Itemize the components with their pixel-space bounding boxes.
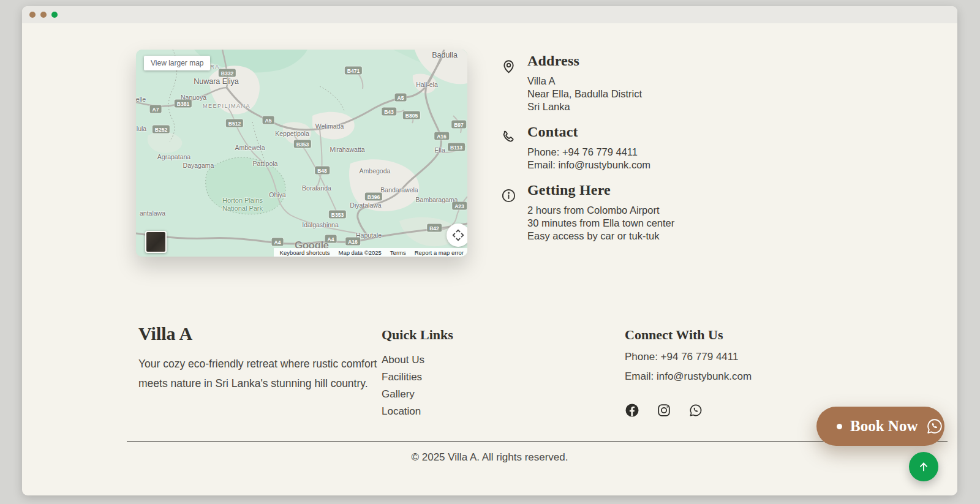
map-road-badge: B381 [175, 100, 192, 108]
map-road-badge: A5 [395, 94, 407, 102]
connect-email: Email: info@rustybunk.com [625, 371, 752, 382]
getting-here-title: Getting Here [527, 182, 674, 198]
contact-phone: Phone: +94 76 779 4411 [527, 146, 650, 159]
map-road-badge: B42 [427, 224, 442, 232]
link-location[interactable]: Location [382, 403, 453, 420]
book-now-button[interactable]: Book Now [816, 407, 944, 446]
info-icon [500, 187, 519, 243]
address-line: Sri Lanka [527, 100, 642, 113]
whatsapp-icon[interactable] [688, 403, 703, 418]
map-town-label: Bambaragama [416, 196, 458, 203]
contact-email: Email: info@rustybunk.com [527, 159, 650, 171]
getting-here-section: Getting Here 2 hours from Colombo Airpor… [500, 182, 674, 243]
connect-title: Connect With Us [625, 327, 752, 343]
map-pan-control[interactable] [447, 224, 467, 247]
map-road-badge: B471 [345, 67, 362, 75]
map-road-badge: B97 [451, 121, 466, 129]
address-line: Villa A [527, 75, 642, 88]
map-town-label: Mirahawatta [330, 146, 364, 153]
location-pin-icon [500, 58, 519, 113]
map-road-badge: B353 [294, 140, 311, 148]
map-road-badge: B332 [219, 69, 236, 77]
map-town-label: elle [136, 96, 146, 103]
link-about-us[interactable]: About Us [382, 352, 453, 369]
map-town-label: Idalgashinna [302, 221, 339, 228]
map-road-badge: A16 [345, 238, 360, 246]
map-road-badge: B353 [329, 211, 346, 219]
phone-icon [500, 129, 519, 171]
map-imagery-thumbnail[interactable] [145, 231, 167, 253]
terms-link[interactable]: Terms [390, 249, 406, 256]
quick-links-section: Quick Links About Us Facilities Gallery … [382, 327, 453, 420]
map-town-label: Bandarawela [380, 186, 418, 194]
map-road-badge: B512 [226, 119, 243, 127]
map-town-label: Ambegoda [360, 167, 391, 175]
connect-section: Connect With Us Phone: +94 76 779 4411 E… [625, 327, 752, 382]
map-data-label: Map data ©2025 [338, 249, 381, 256]
map-town-label: Boralanda [302, 184, 331, 192]
map-town-label: Keppetipola [275, 130, 309, 137]
map-town-label: Badulla [432, 51, 458, 59]
quick-links-title: Quick Links [382, 327, 453, 343]
keyboard-shortcuts-link[interactable]: Keyboard shortcuts [280, 249, 330, 256]
map-town-label: Pattipola [253, 160, 278, 167]
map-town-label: Welimada [315, 122, 344, 130]
pan-arrows-icon [449, 226, 467, 244]
map-town-label: lula [137, 125, 146, 132]
map-road-badge: A5 [263, 116, 274, 124]
google-map-embed[interactable]: Nuwara EliyaBadullaNanuoyaMEEPILIMANAKep… [136, 50, 467, 257]
map-road-badge: A23 [452, 202, 467, 210]
social-icons-row [625, 403, 703, 418]
connect-phone: Phone: +94 76 779 4411 [625, 352, 752, 363]
map-road-badge: A4 [272, 238, 284, 246]
contact-title: Contact [527, 124, 650, 140]
map-road-badge: A7 [150, 105, 162, 113]
address-title: Address [527, 53, 642, 69]
report-map-error-link[interactable]: Report a map error [415, 249, 464, 256]
book-now-label: Book Now [850, 418, 918, 435]
map-town-label: Diyatalawa [350, 201, 381, 209]
contact-section: Contact Phone: +94 76 779 4411 Email: in… [500, 124, 650, 171]
map-town-label: Ohiya [269, 191, 285, 198]
map-road-badge: A16 [434, 132, 449, 140]
map-park-label: National Park [222, 205, 263, 212]
window-dot-2[interactable] [40, 12, 47, 18]
window-dot-3[interactable] [51, 12, 58, 18]
link-facilities[interactable]: Facilities [382, 369, 453, 386]
map-town-label: Agrapatana [157, 153, 190, 160]
map-town-label: Ella [434, 146, 445, 154]
window-titlebar [22, 6, 957, 23]
map-road-badge: B113 [448, 143, 465, 151]
map-road-badge: B805 [403, 111, 420, 119]
address-line: Near Ella, Badulla District [527, 88, 642, 100]
map-road-badge: B396 [365, 193, 382, 201]
status-dot-icon [837, 424, 842, 429]
address-section: Address Villa A Near Ella, Badulla Distr… [500, 53, 642, 113]
scroll-to-top-button[interactable] [909, 452, 938, 481]
map-town-label: Ambewela [235, 144, 265, 151]
map-road-badge: B43 [382, 108, 396, 116]
brand-title: Villa A [138, 323, 383, 344]
map-town-label: Hali-ela [416, 81, 438, 88]
map-town-label: MEEPILIMANA [203, 103, 251, 109]
map-town-label: antalawa [140, 209, 165, 217]
map-road-badge: B252 [153, 126, 170, 134]
copyright-text: © 2025 Villa A. All rights reserved. [22, 451, 957, 464]
footer-brand: Villa A Your cozy eco-friendly retreat w… [138, 323, 383, 393]
arrow-up-icon [917, 460, 930, 473]
map-road-badge: B48 [315, 167, 330, 175]
window-dot-1[interactable] [29, 12, 36, 18]
instagram-icon[interactable] [657, 403, 671, 418]
map-town-label: Nuwara Eliya [194, 77, 239, 86]
brand-description: Your cozy eco-friendly retreat where rus… [138, 354, 383, 393]
getting-here-line: 2 hours from Colombo Airport [527, 204, 674, 217]
getting-here-line: Easy access by car or tuk-tuk [527, 230, 674, 243]
view-larger-map-button[interactable]: View larger map [144, 56, 210, 70]
browser-window: Nuwara EliyaBadullaNanuoyaMEEPILIMANAKep… [22, 6, 957, 495]
page: Nuwara EliyaBadullaNanuoyaMEEPILIMANAKep… [0, 0, 980, 504]
facebook-icon[interactable] [625, 403, 639, 418]
map-attribution-bar: Keyboard shortcuts Map data ©2025 Terms … [274, 248, 467, 257]
whatsapp-icon [925, 417, 944, 435]
link-gallery[interactable]: Gallery [382, 386, 453, 403]
getting-here-line: 30 minutes from Ella town center [527, 217, 674, 230]
